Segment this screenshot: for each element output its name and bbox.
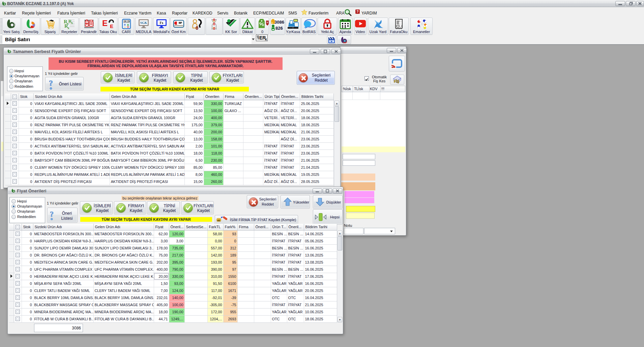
svg-text:x: x	[67, 26, 69, 29]
svg-text:x: x	[71, 21, 73, 25]
svg-text:E: E	[102, 19, 108, 28]
svg-text:826: 826	[275, 26, 283, 31]
svg-text:3086: 3086	[274, 20, 284, 25]
svg-text:−: −	[124, 25, 126, 29]
svg-text:ab: ab	[217, 219, 220, 221]
svg-text:?: ?	[49, 79, 53, 87]
svg-text:?: ?	[50, 210, 54, 218]
svg-text:Fx: Fx	[159, 21, 163, 25]
svg-text:FİŞ: FİŞ	[394, 79, 399, 83]
svg-text:E: E	[110, 23, 113, 29]
svg-text:0: 0	[196, 25, 198, 30]
svg-text:0: 0	[213, 22, 215, 26]
svg-text:=: =	[127, 25, 129, 29]
svg-text:0: 0	[213, 19, 215, 22]
svg-text:SGK: SGK	[140, 21, 147, 25]
svg-text:0: 0	[213, 26, 215, 30]
svg-text:x: x	[265, 37, 267, 41]
